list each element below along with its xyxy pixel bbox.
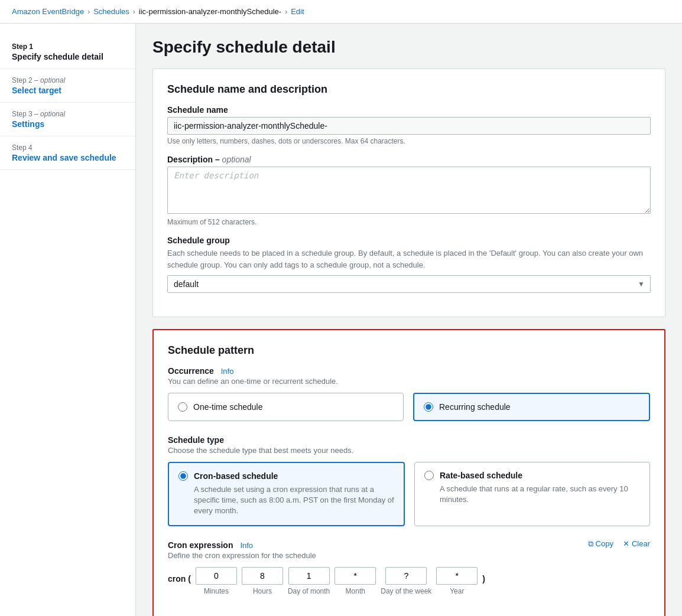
cron-month-label: Month bbox=[346, 587, 365, 595]
cron-label: Cron expression Info bbox=[168, 540, 650, 550]
cron-minutes-input[interactable] bbox=[196, 567, 237, 585]
schedule-name-label: Schedule name bbox=[167, 105, 651, 115]
cron-dayofmonth-field: Day of month bbox=[288, 567, 330, 595]
occurrence-info-link[interactable]: Info bbox=[221, 367, 234, 376]
sidebar: Step 1 Specify schedule detail Step 2 – … bbox=[0, 24, 136, 616]
rate-type-label: Rate-based schedule bbox=[440, 471, 522, 480]
rate-type-desc: A schedule that runs at a regular rate, … bbox=[440, 484, 640, 505]
cron-type-option[interactable]: Cron-based schedule A schedule set using… bbox=[168, 462, 405, 526]
sidebar-step2-label: Step 2 – optional bbox=[12, 76, 124, 84]
description-group: Description – optional Maximum of 512 ch… bbox=[167, 155, 651, 226]
sidebar-step1-link[interactable]: Specify schedule detail bbox=[12, 52, 103, 61]
sidebar-step2-link[interactable]: Select target bbox=[12, 86, 61, 95]
occurrence-group: Occurrence Info You can define an one-ti… bbox=[168, 366, 650, 421]
sidebar-step4-link[interactable]: Review and save schedule bbox=[12, 153, 116, 162]
one-time-label: One-time schedule bbox=[193, 402, 263, 412]
breadcrumb-schedules[interactable]: Schedules bbox=[93, 7, 129, 16]
cron-expression-group: ⧉ Copy ✕ Clear Cron expression Info Defi… bbox=[168, 540, 650, 595]
breadcrumb: Amazon EventBridge › Schedules › iic-per… bbox=[0, 0, 682, 24]
schedule-name-hint: Use only letters, numbers, dashes, dots … bbox=[167, 137, 651, 145]
recurring-radio[interactable] bbox=[424, 402, 433, 412]
schedule-name-input[interactable] bbox=[167, 117, 651, 135]
schedule-type-group: Schedule type Choose the schedule type t… bbox=[168, 435, 650, 526]
sidebar-item-step2[interactable]: Step 2 – optional Select target bbox=[0, 69, 135, 103]
clear-icon: ✕ bbox=[623, 539, 629, 548]
schedule-group-group: Schedule group Each schedule needs to be… bbox=[167, 236, 651, 293]
breadcrumb-edit[interactable]: Edit bbox=[291, 7, 304, 16]
page-title: Specify schedule detail bbox=[152, 38, 665, 57]
cron-type-desc: A schedule set using a cron expression t… bbox=[194, 484, 394, 517]
cron-dayofmonth-label: Day of month bbox=[288, 587, 330, 595]
one-time-radio[interactable] bbox=[178, 402, 187, 412]
rate-type-option[interactable]: Rate-based schedule A schedule that runs… bbox=[414, 462, 650, 526]
cron-hint: Define the cron expression for the sched… bbox=[168, 551, 650, 560]
description-hint: Maximum of 512 characters. bbox=[167, 218, 651, 226]
cron-year-field: Year bbox=[436, 567, 478, 595]
schedule-type-hint: Choose the schedule type that best meets… bbox=[168, 446, 650, 455]
cron-open-paren: cron ( bbox=[168, 574, 191, 595]
cron-year-input[interactable] bbox=[436, 567, 478, 585]
breadcrumb-sep-3: › bbox=[285, 8, 287, 16]
breadcrumb-schedule-name: iic-permission-analyzer-monthlySchedule- bbox=[139, 7, 281, 16]
sidebar-item-step4[interactable]: Step 4 Review and save schedule bbox=[0, 136, 135, 170]
schedule-pattern-card: Schedule pattern Occurrence Info You can… bbox=[152, 329, 665, 616]
breadcrumb-sep-2: › bbox=[133, 8, 135, 16]
cron-dayofweek-input[interactable] bbox=[385, 567, 427, 585]
layout: Step 1 Specify schedule detail Step 2 – … bbox=[0, 24, 682, 616]
one-time-option[interactable]: One-time schedule bbox=[168, 393, 404, 421]
rate-type-header: Rate-based schedule bbox=[424, 471, 640, 480]
breadcrumb-sep-1: › bbox=[87, 8, 90, 16]
cron-dayofmonth-input[interactable] bbox=[288, 567, 330, 585]
sidebar-step1-label: Step 1 bbox=[12, 43, 124, 51]
schedule-group-label: Schedule group bbox=[167, 236, 651, 245]
cron-hours-label: Hours bbox=[253, 587, 272, 595]
sidebar-step3-label: Step 3 – optional bbox=[12, 110, 124, 118]
cron-row: cron ( Minutes Hours Day of month bbox=[168, 567, 650, 595]
recurring-option[interactable]: Recurring schedule bbox=[413, 393, 650, 421]
occurrence-options: One-time schedule Recurring schedule bbox=[168, 393, 650, 421]
description-input[interactable] bbox=[167, 167, 651, 214]
occurrence-hint: You can define an one-time or recurrent … bbox=[168, 377, 650, 386]
occurrence-label: Occurrence Info bbox=[168, 366, 650, 376]
cron-dayofweek-field: Day of the week bbox=[381, 567, 431, 595]
cron-close-paren: ) bbox=[482, 574, 485, 595]
breadcrumb-eventbridge[interactable]: Amazon EventBridge bbox=[12, 7, 84, 16]
rate-type-radio[interactable] bbox=[424, 471, 434, 480]
cron-dayofweek-label: Day of the week bbox=[381, 587, 431, 595]
cron-type-header: Cron-based schedule bbox=[178, 471, 394, 481]
schedule-pattern-title: Schedule pattern bbox=[168, 344, 650, 357]
clear-button[interactable]: ✕ Clear bbox=[623, 539, 650, 548]
schedule-type-label: Schedule type bbox=[168, 435, 650, 445]
cron-minutes-label: Minutes bbox=[204, 587, 229, 595]
sidebar-step3-link[interactable]: Settings bbox=[12, 119, 44, 129]
cron-hours-field: Hours bbox=[242, 567, 283, 595]
schedule-type-options: Cron-based schedule A schedule set using… bbox=[168, 462, 650, 526]
cron-month-input[interactable] bbox=[334, 567, 376, 585]
sidebar-item-step3[interactable]: Step 3 – optional Settings bbox=[0, 103, 135, 136]
sidebar-step4-label: Step 4 bbox=[12, 144, 124, 152]
cron-info-link[interactable]: Info bbox=[240, 541, 253, 550]
schedule-name-card-title: Schedule name and description bbox=[167, 83, 651, 96]
schedule-group-select-wrapper: default ▼ bbox=[167, 275, 651, 293]
cron-actions: ⧉ Copy ✕ Clear bbox=[588, 539, 650, 549]
copy-button[interactable]: ⧉ Copy bbox=[588, 539, 613, 549]
description-label: Description – optional bbox=[167, 155, 651, 164]
schedule-group-desc: Each schedule needs to be placed in a sc… bbox=[167, 247, 651, 270]
schedule-name-card: Schedule name and description Schedule n… bbox=[152, 69, 665, 317]
cron-type-label: Cron-based schedule bbox=[194, 471, 278, 481]
cron-month-field: Month bbox=[334, 567, 376, 595]
copy-icon: ⧉ bbox=[588, 539, 593, 549]
cron-hours-input[interactable] bbox=[242, 567, 283, 585]
schedule-name-group: Schedule name Use only letters, numbers,… bbox=[167, 105, 651, 145]
sidebar-item-step1[interactable]: Step 1 Specify schedule detail bbox=[0, 35, 135, 69]
main-content: Specify schedule detail Schedule name an… bbox=[136, 24, 682, 616]
cron-minutes-field: Minutes bbox=[196, 567, 237, 595]
recurring-label: Recurring schedule bbox=[439, 402, 511, 412]
schedule-group-select[interactable]: default bbox=[167, 275, 651, 293]
cron-year-label: Year bbox=[450, 587, 464, 595]
cron-type-radio[interactable] bbox=[178, 471, 188, 481]
